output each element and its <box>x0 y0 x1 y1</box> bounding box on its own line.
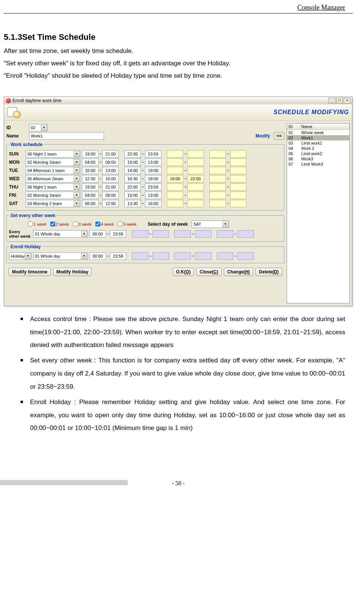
time-input[interactable] <box>230 192 246 199</box>
id-combo[interactable]: 02▼ <box>29 124 48 131</box>
week-checkbox[interactable]: 2 week <box>50 222 69 226</box>
time-input[interactable]: 13:30 <box>124 200 141 207</box>
time-input[interactable]: 19:00 <box>145 167 162 174</box>
time-input[interactable] <box>230 175 246 183</box>
time-input[interactable]: 23:59 <box>110 230 126 238</box>
time-input[interactable]: 13:00 <box>145 192 162 199</box>
team-combo[interactable]: 04 Afternoon 1 team▼ <box>26 167 80 174</box>
time-input[interactable] <box>167 183 183 191</box>
week-checkbox[interactable]: 3 week <box>73 222 92 226</box>
time-input[interactable] <box>174 252 191 260</box>
checkbox[interactable] <box>28 222 33 226</box>
time-input[interactable] <box>217 230 233 238</box>
holiday-team-combo[interactable]: 01 Whole day▼ <box>33 252 88 260</box>
time-input[interactable] <box>230 167 246 174</box>
time-input[interactable] <box>187 192 204 199</box>
close-button[interactable]: Close(C) <box>196 268 221 276</box>
time-input[interactable]: 13:00 <box>145 158 162 166</box>
time-input[interactable] <box>174 230 191 238</box>
time-input[interactable] <box>195 230 211 238</box>
time-input[interactable] <box>230 183 246 191</box>
time-input[interactable]: 00:00 <box>89 230 106 238</box>
change-button[interactable]: Change(H) <box>224 268 254 276</box>
time-input[interactable]: 10:00 <box>124 192 141 199</box>
time-input[interactable] <box>230 200 246 207</box>
time-input[interactable]: 23:59 <box>145 183 162 191</box>
time-input[interactable] <box>209 183 226 191</box>
time-input[interactable] <box>187 183 204 191</box>
time-input[interactable]: 23:59 <box>145 150 162 158</box>
time-input[interactable]: 04:00 <box>82 192 98 199</box>
time-input[interactable]: 21:00 <box>102 150 119 158</box>
ok-button[interactable]: O.K(O) <box>173 268 194 276</box>
time-input[interactable] <box>230 158 246 166</box>
minimize-button[interactable]: _ <box>329 98 335 104</box>
time-input[interactable] <box>195 252 211 260</box>
time-input[interactable]: 19:00 <box>167 175 183 183</box>
time-input[interactable]: 22:00 <box>187 175 204 183</box>
time-input[interactable]: 22:00 <box>124 150 141 158</box>
time-input[interactable] <box>167 200 183 207</box>
every-team-combo[interactable]: 01 Whole day▼ <box>33 230 88 238</box>
time-input[interactable] <box>132 230 148 238</box>
time-input[interactable] <box>209 167 226 174</box>
time-input[interactable] <box>209 192 226 199</box>
time-input[interactable]: 10:00 <box>82 167 98 174</box>
team-combo[interactable]: 02 Morning 1team▼ <box>26 158 80 166</box>
time-input[interactable] <box>187 150 204 158</box>
time-input[interactable]: 06:00 <box>82 200 98 207</box>
time-input[interactable] <box>187 200 204 207</box>
list-item[interactable]: 04Work 2 <box>287 146 349 151</box>
team-combo[interactable]: 02 Morning 1team▼ <box>26 192 80 199</box>
checkbox[interactable] <box>118 222 122 226</box>
team-combo[interactable]: 05 Afternoon 2team▼ <box>26 175 80 183</box>
time-input[interactable] <box>209 200 226 207</box>
time-input[interactable] <box>153 252 169 260</box>
time-input[interactable]: 13:00 <box>102 167 119 174</box>
time-input[interactable] <box>187 167 204 174</box>
list-item[interactable]: 03Limit work1 <box>287 140 349 146</box>
schedule-list[interactable]: ID Name 01Whole week02Work103Limit work1… <box>287 123 350 303</box>
week-checkbox[interactable]: 5 week <box>118 222 136 226</box>
select-day-combo[interactable]: SAT▼ <box>192 220 229 228</box>
time-input[interactable]: 12:00 <box>102 200 119 207</box>
time-input[interactable] <box>132 252 148 260</box>
team-combo[interactable]: 03 Morning 2 team▼ <box>26 200 80 207</box>
time-input[interactable]: 09:00 <box>102 158 119 166</box>
time-input[interactable]: 18:00 <box>145 175 162 183</box>
list-item[interactable]: 06Wrok3 <box>287 156 349 161</box>
checkbox[interactable] <box>50 222 55 226</box>
modify-timezone-button[interactable]: Modify timezone <box>9 268 51 276</box>
time-input[interactable]: 19:00 <box>82 183 98 191</box>
modify-holiday-button[interactable]: Modify Holiday <box>53 268 92 276</box>
time-input[interactable]: 19:00 <box>82 150 98 158</box>
time-input[interactable] <box>167 150 183 158</box>
time-input[interactable]: 23:59 <box>110 252 126 260</box>
time-input[interactable] <box>153 230 169 238</box>
name-input[interactable]: Work1 <box>29 132 104 140</box>
list-item[interactable]: 01Whole week <box>287 130 349 135</box>
time-input[interactable] <box>167 167 183 174</box>
time-input[interactable]: 16:30 <box>124 175 141 183</box>
time-input[interactable]: 00:00 <box>89 252 106 260</box>
week-checkbox[interactable]: 4 week <box>95 222 114 226</box>
time-input[interactable]: 04:00 <box>82 158 98 166</box>
time-input[interactable] <box>167 192 183 199</box>
time-input[interactable]: 22:00 <box>124 183 141 191</box>
time-input[interactable] <box>217 252 233 260</box>
time-input[interactable] <box>167 158 183 166</box>
close-button[interactable]: × <box>344 98 350 104</box>
time-input[interactable] <box>230 150 246 158</box>
time-input[interactable] <box>187 158 204 166</box>
list-item[interactable]: 07Limit Work3 <box>287 161 349 167</box>
modify-toggle-button[interactable]: << <box>274 132 284 140</box>
time-input[interactable] <box>209 150 226 158</box>
time-input[interactable]: 16:00 <box>145 200 162 207</box>
checkbox[interactable] <box>73 222 78 226</box>
delete-button[interactable]: Delete(D) <box>255 268 282 276</box>
time-input[interactable]: 14:00 <box>124 167 141 174</box>
week-checkbox[interactable]: 1 week <box>28 222 47 226</box>
maximize-button[interactable]: □ <box>336 98 343 104</box>
time-input[interactable]: 21:00 <box>102 183 119 191</box>
holiday-type-combo[interactable]: Holiday▼ <box>9 252 32 260</box>
